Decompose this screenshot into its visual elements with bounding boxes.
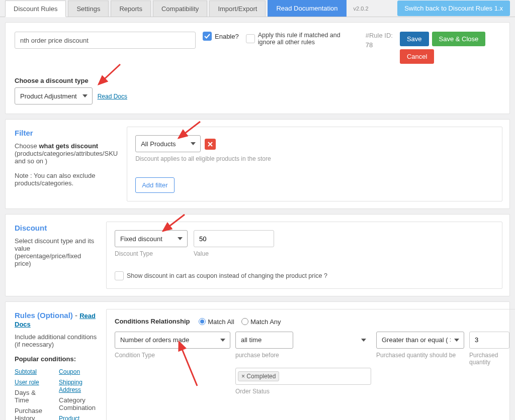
conditions-relationship-label: Conditions Relationship bbox=[115, 318, 190, 325]
discount-type-label: Choose a discount type bbox=[15, 77, 500, 84]
rules-title: Rules (Optional) - Read Docs bbox=[15, 311, 97, 328]
purchase-before-select[interactable]: all time bbox=[235, 332, 293, 349]
remove-filter-button[interactable] bbox=[205, 139, 216, 150]
discount-type-sublabel: Discount Type bbox=[115, 250, 188, 257]
discount-type-select[interactable]: Product Adjustment bbox=[15, 87, 93, 104]
tab-compatibility[interactable]: Compatibility bbox=[153, 1, 207, 17]
filter-select[interactable]: All Products bbox=[135, 135, 201, 152]
enable-checkbox[interactable] bbox=[203, 32, 212, 41]
discount-type-value-select[interactable]: Fixed discount bbox=[115, 230, 188, 247]
tab-read-documentation[interactable]: Read Documentation bbox=[268, 0, 346, 17]
popular-condition-link[interactable]: Coupon bbox=[59, 368, 80, 375]
tab-discount-rules[interactable]: Discount Rules bbox=[5, 1, 66, 17]
rules-panel: Rules (Optional) - Read Docs Include add… bbox=[5, 301, 510, 420]
version-label: v2.0.2 bbox=[354, 6, 369, 12]
rule-name-input[interactable] bbox=[15, 32, 196, 49]
discount-title: Discount bbox=[15, 224, 97, 232]
rule-id: #Rule ID: 78 bbox=[366, 32, 393, 49]
order-status-sublabel: Order Status bbox=[235, 388, 371, 395]
purchase-before-sublabel: purchase before bbox=[235, 352, 371, 359]
filter-panel: Filter Choose what gets discount (produc… bbox=[5, 119, 510, 209]
popular-condition-link[interactable]: Category Combination bbox=[59, 396, 96, 411]
save-button[interactable]: Save bbox=[400, 32, 429, 46]
condition-type-sublabel: Condition Type bbox=[115, 352, 230, 359]
rule-header-card: Enable? Apply this rule if matched and i… bbox=[5, 22, 510, 114]
popular-condition-link[interactable]: User role bbox=[15, 379, 39, 386]
read-docs-link[interactable]: Read Docs bbox=[98, 93, 127, 100]
quantity-operator-sublabel: Purchased quantity should be bbox=[376, 352, 464, 359]
popular-condition-link[interactable]: Subtotal bbox=[15, 368, 37, 375]
filter-desc: Choose what gets discount (products/cate… bbox=[15, 142, 118, 165]
tab-settings[interactable]: Settings bbox=[68, 1, 109, 17]
cancel-button[interactable]: Cancel bbox=[400, 49, 434, 64]
condition-type-select[interactable]: Number of orders made bbox=[115, 332, 230, 349]
tab-reports[interactable]: Reports bbox=[111, 1, 151, 17]
discount-panel: Discount Select discount type and its va… bbox=[5, 214, 510, 296]
top-tabs: Discount Rules Settings Reports Compatib… bbox=[0, 0, 515, 17]
popular-conditions-links: SubtotalUser roleDays & TimePurchase His… bbox=[15, 368, 97, 420]
enable-label: Enable? bbox=[215, 33, 239, 40]
purchased-quantity-input[interactable] bbox=[469, 332, 509, 349]
purchased-quantity-sublabel: Purchased quantity bbox=[469, 352, 509, 366]
save-close-button[interactable]: Save & Close bbox=[432, 32, 486, 46]
show-as-coupon-checkbox[interactable] bbox=[115, 271, 124, 280]
popular-conditions-label: Popular conditions: bbox=[15, 355, 97, 363]
add-filter-button[interactable]: Add filter bbox=[135, 177, 174, 193]
switch-back-button[interactable]: Switch back to Discount Rules 1.x bbox=[397, 1, 510, 16]
rules-desc: Include additional conditions (if necess… bbox=[15, 333, 97, 348]
match-any-label: Match Any bbox=[250, 318, 281, 326]
match-any-radio[interactable] bbox=[241, 318, 248, 325]
popular-condition-link[interactable]: Purchase History bbox=[15, 407, 42, 420]
match-all-label: Match All bbox=[208, 318, 234, 326]
match-all-radio[interactable] bbox=[199, 318, 206, 325]
discount-value-input[interactable] bbox=[194, 230, 274, 247]
discount-value-sublabel: Value bbox=[194, 250, 274, 257]
filter-hint: Discount applies to all eligible product… bbox=[135, 155, 494, 162]
ignore-others-label: Apply this rule if matched and ignore al… bbox=[258, 32, 359, 46]
filter-note: Note : You can also exclude products/cat… bbox=[15, 172, 118, 187]
show-as-coupon-label: Show discount in cart as coupon instead … bbox=[127, 272, 327, 279]
order-status-tag[interactable]: × Completed bbox=[238, 371, 279, 381]
discount-desc: Select discount type and its value (perc… bbox=[15, 237, 97, 267]
popular-condition-link[interactable]: Days & Time bbox=[15, 389, 36, 404]
close-icon bbox=[207, 141, 213, 147]
ignore-others-checkbox[interactable] bbox=[246, 34, 255, 43]
filter-title: Filter bbox=[15, 129, 118, 137]
popular-condition-link[interactable]: Product Combination bbox=[59, 415, 93, 420]
tab-import-export[interactable]: Import/Export bbox=[209, 1, 266, 17]
popular-condition-link[interactable]: Shipping Address bbox=[59, 379, 82, 393]
quantity-operator-select[interactable]: Greater than or equal ( >= ) bbox=[376, 332, 464, 349]
order-status-input[interactable]: × Completed bbox=[235, 368, 371, 385]
